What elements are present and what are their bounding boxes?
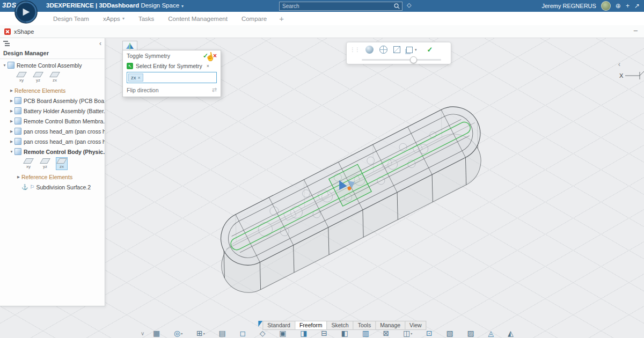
plane-zx[interactable]: zx (49, 71, 61, 84)
tree-view-icon[interactable] (3, 41, 10, 47)
plane-icon (33, 72, 43, 77)
user-name[interactable]: Jeremy REGNERUS (541, 3, 596, 9)
tool-glyph: ▦ (153, 329, 160, 337)
plane-xy[interactable]: xy (16, 71, 27, 84)
search-input[interactable] (280, 3, 394, 9)
tree-caret-collapsed-icon[interactable]: ▶ (9, 99, 14, 103)
confirm-check-icon[interactable]: ✓ (427, 46, 433, 54)
tool-icon-6[interactable]: ▣ (279, 329, 286, 337)
drag-handle-icon[interactable]: ⋮⋮ (350, 47, 360, 53)
nav-tab-tasks[interactable]: Tasks (131, 16, 161, 22)
plane-yz[interactable]: yz (39, 157, 51, 170)
search-box[interactable] (279, 2, 402, 11)
tree-caret-collapsed-icon[interactable]: ▶ (9, 109, 14, 113)
tool-icon-2[interactable]: ⊞▾ (196, 329, 205, 337)
tree-item-label: Remote Control Button Membra... (24, 118, 105, 124)
xshape-app-icon (4, 28, 11, 35)
view-toolbar-icons: ⋮⋮ ▾ ✓ (350, 45, 447, 54)
plane-icon (40, 158, 50, 164)
search-icon[interactable] (394, 3, 400, 9)
avatar[interactable] (601, 1, 611, 11)
tool-icon-12[interactable]: ◫▾ (403, 329, 412, 337)
tool-glyph: ▧ (447, 329, 453, 337)
chip-remove-icon[interactable]: × (138, 75, 141, 80)
tool-icon-14[interactable]: ▧ (447, 329, 453, 337)
tool-icon-13[interactable]: ⊡ (426, 329, 433, 337)
render-box-icon[interactable] (393, 46, 400, 53)
tree-caret-collapsed-icon[interactable]: ▶ (16, 175, 21, 179)
tree-item-10[interactable]: ▶Reference Elements (0, 172, 105, 182)
minimize-icon[interactable]: – (634, 26, 638, 34)
tree-item-3[interactable]: ▶PCB Board Assembly (PCB Boa... (0, 95, 105, 106)
nav-tab-content-management[interactable]: Content Management (161, 16, 235, 22)
explode-slider-knob[interactable] (410, 56, 417, 63)
bookmark-icon[interactable]: ◇ (407, 2, 411, 9)
plane-zx[interactable]: zx (56, 157, 68, 170)
tool-icon-11[interactable]: ⊠ (383, 329, 390, 337)
flip-direction-icon[interactable]: ⇄ (212, 86, 217, 93)
render-shaded-icon[interactable] (365, 46, 374, 54)
clear-selection-icon[interactable]: × (207, 63, 209, 69)
tool-glyph: ◭ (508, 329, 514, 337)
tree-item-8[interactable]: ▼Remote Control Body (Physic... (0, 146, 105, 157)
tool-glyph: ◫ (403, 329, 410, 337)
nav-tab-design-team[interactable]: Design Team (46, 16, 96, 22)
slider-track[interactable] (362, 59, 441, 61)
tree-item-7[interactable]: ▶pan cross head_am (pan cross h... (0, 136, 105, 146)
tool-icon-15[interactable]: ▨ (467, 329, 474, 337)
tool-icon-16[interactable]: ◬ (488, 329, 494, 337)
tree-item-4[interactable]: ▶Battery Holder Assembly (Batter... (0, 106, 105, 116)
tree-caret-collapsed-icon[interactable]: ▶ (9, 119, 14, 123)
tool-icon-9[interactable]: ◧ (341, 329, 348, 337)
chevron-down-icon[interactable]: ▾ (415, 48, 417, 52)
3d-manipulator[interactable] (335, 174, 357, 194)
subdivision-level-slider[interactable] (350, 56, 447, 63)
tool-icon-0[interactable]: ▦ (153, 329, 160, 337)
tree-item-6[interactable]: ▶pan cross head_am (pan cross h... (0, 126, 105, 136)
axis-indicator: X (617, 68, 644, 86)
tool-icon-4[interactable]: ◻ (239, 329, 246, 337)
tree-caret-collapsed-icon[interactable]: ▶ (9, 139, 14, 144)
tree-item-0[interactable]: ▼Remote Control Assembly (0, 60, 105, 70)
toggle-symmetry-dialog-tab[interactable] (122, 41, 137, 50)
tree-caret-expanded-icon[interactable]: ▼ (2, 63, 8, 67)
select-entity-label: Select Entity for Symmetry (136, 63, 202, 69)
tree-caret-collapsed-icon[interactable]: ▶ (9, 89, 14, 93)
3dexperience-compass-icon[interactable] (14, 1, 38, 24)
collapse-panel-icon[interactable]: ‹ (99, 40, 101, 47)
add-icon[interactable]: + (626, 0, 630, 12)
view-toolbar: ⋮⋮ ▾ ✓ (346, 42, 451, 64)
plane-yz[interactable]: yz (32, 71, 44, 84)
app-title[interactable]: 3DEXPERIENCE | 3DDashboard Design Space▾ (46, 2, 184, 9)
tool-icon-1[interactable]: ◎▾ (174, 329, 182, 337)
tool-icon-3[interactable]: ▤ (218, 329, 225, 337)
tree-item-5[interactable]: ▶Remote Control Button Membra... (0, 116, 105, 126)
component-icon (14, 138, 21, 145)
share-icon[interactable]: ↗ (634, 0, 640, 12)
tool-icon-17[interactable]: ◭ (508, 329, 514, 337)
tree-caret-collapsed-icon[interactable]: ▶ (9, 129, 14, 134)
render-wireframe-icon[interactable] (379, 46, 387, 54)
add-tab-icon[interactable]: + (274, 14, 289, 23)
symmetry-entity-input[interactable]: zx × (127, 72, 217, 83)
symmetry-plane-highlight[interactable] (329, 164, 371, 206)
toolbar-chevron-icon[interactable]: ∨ (141, 330, 144, 336)
entity-chip[interactable]: zx × (128, 74, 143, 82)
tool-icon-7[interactable]: ◨ (300, 329, 307, 337)
plane-icons-row: xyyzzx (0, 157, 105, 171)
nav-tab-compare[interactable]: Compare (235, 16, 274, 22)
plane-xy[interactable]: xy (23, 157, 34, 170)
tool-icon-5[interactable]: ◇ (260, 329, 266, 337)
tool-icon-10[interactable]: ▥ (362, 329, 369, 337)
tool-icon-8[interactable]: ⊟ (321, 329, 327, 337)
collapse-right-icon[interactable]: ‹ (618, 60, 620, 68)
tree-item-11[interactable]: ⚓⚐Subdivision Surface.2 (0, 182, 105, 192)
tree-item-label: pan cross head_am (pan cross h... (24, 128, 105, 135)
plane-icons-row: xyyzzx (0, 71, 105, 84)
view-mode-icon[interactable] (406, 47, 413, 53)
add-contact-icon[interactable]: ⊕ (616, 0, 621, 12)
tree-item-2[interactable]: ▶Reference Elements (0, 85, 105, 95)
tree-caret-expanded-icon[interactable]: ▼ (9, 150, 14, 153)
nav-tab-xapps[interactable]: xApps▾ (96, 16, 131, 22)
tree-item-label: Reference Elements (14, 87, 65, 94)
